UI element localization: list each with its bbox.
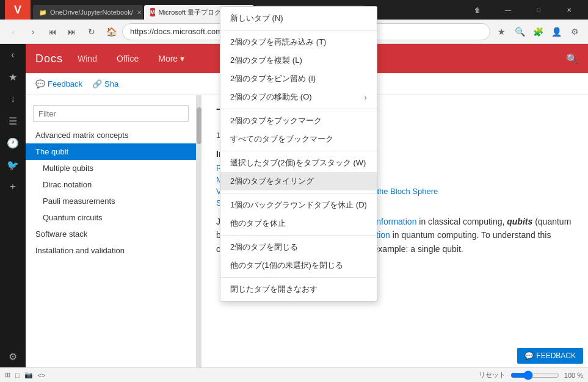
reload-button[interactable]: ↻ xyxy=(83,23,100,40)
docs-search[interactable]: 🔍 xyxy=(566,53,578,65)
nav-more-dropdown[interactable]: More ▾ xyxy=(153,51,189,66)
feedback-float-button[interactable]: 💬 FEEDBACK xyxy=(517,348,583,364)
sidebar-bookmarks-icon[interactable]: ★ xyxy=(0,66,26,88)
menu-separator-6 xyxy=(220,277,377,278)
menu-separator-4 xyxy=(220,193,377,193)
menu-tab-tiling-label: 2個のタブをタイリング xyxy=(230,176,314,187)
feedback-float-label: FEEDBACK xyxy=(536,351,576,360)
status-window-icon: □ xyxy=(15,372,20,379)
toc-scroll-thumb xyxy=(197,107,201,144)
menu-pin-tabs[interactable]: 2個のタブをピン留め (I) xyxy=(220,70,377,88)
status-right: リセット 100 % xyxy=(479,370,583,380)
menu-separator-1 xyxy=(220,30,377,31)
menu-move-tabs[interactable]: 2個のタブの移動先 (O) › xyxy=(220,88,377,106)
menu-suspend-background[interactable]: 1個のバックグラウンドタブを休止 (D) xyxy=(220,196,377,214)
toc-item-pauli[interactable]: Pauli measurements xyxy=(26,193,196,209)
status-bar: ⊞ □ 📷 <> リセット 100 % xyxy=(0,367,588,382)
forward-button[interactable]: › xyxy=(24,23,42,40)
menu-close-others-label: 他のタブ(1個の未選択)を閉じる xyxy=(230,260,343,271)
menu-suspend-bg-label: 1個のバックグラウンドタブを休止 (D) xyxy=(230,200,367,211)
em-qubits: qubits xyxy=(507,217,532,226)
sidebar-twitter-icon[interactable]: 🐦 xyxy=(0,154,26,176)
menu-bookmark-all[interactable]: すべてのタブをブックマーク xyxy=(220,130,377,148)
close-button[interactable]: ✕ xyxy=(555,0,583,20)
browser-frame: V 📁 OneDrive/JupyterNotebook/ ✕ M Micros… xyxy=(0,0,588,382)
nav-more-label: More xyxy=(158,54,178,63)
feedback-label: Feedback xyxy=(48,79,82,88)
status-camera-icon: 📷 xyxy=(24,371,33,379)
menu-new-tab-label: 新しいタブ (N) xyxy=(230,13,283,24)
zoom-slider[interactable] xyxy=(510,370,559,380)
extensions-icon[interactable]: 🧩 xyxy=(529,23,546,40)
status-grid-icon: ⊞ xyxy=(5,371,10,379)
menu-tab-stack-label: 選択したタブ(2個)をタブスタック (W) xyxy=(230,157,366,168)
sidebar-notes-icon[interactable]: ☰ xyxy=(0,110,26,132)
toc-item-qubit[interactable]: The qubit xyxy=(26,143,196,160)
menu-suspend-others[interactable]: 他のタブを休止 xyxy=(220,214,377,232)
menu-duplicate-tabs[interactable]: 2個のタブを複製 (L) xyxy=(220,51,377,70)
menu-separator-2 xyxy=(220,109,377,109)
menu-tab-tiling[interactable]: 2個のタブをタイリング xyxy=(220,172,377,190)
tab-onedrive[interactable]: 📁 OneDrive/JupyterNotebook/ ✕ xyxy=(33,5,143,20)
menu-separator-3 xyxy=(220,151,377,151)
sidebar-settings-icon[interactable]: ⚙ xyxy=(0,345,26,367)
status-code-icon: <> xyxy=(38,372,46,379)
menu-tab-stack[interactable]: 選択したタブ(2個)をタブスタック (W) xyxy=(220,154,377,172)
sidebar-download-icon[interactable]: ↓ xyxy=(0,88,26,110)
restore-button[interactable]: — xyxy=(494,0,522,20)
toc-item-quantum-circuits[interactable]: Quantum circuits xyxy=(26,209,196,226)
menu-move-label: 2個のタブの移動先 (O) xyxy=(230,92,312,103)
bookmark-icon[interactable]: ★ xyxy=(493,23,510,40)
sidebar-add-icon[interactable]: + xyxy=(0,176,26,198)
maximize-button[interactable]: □ xyxy=(524,0,553,20)
profile-icon[interactable]: 👤 xyxy=(548,23,565,40)
toc-item-installation[interactable]: Installation and validation xyxy=(26,242,196,259)
menu-duplicate-label: 2個のタブを複製 (L) xyxy=(230,55,302,66)
back-button[interactable]: ‹ xyxy=(5,23,22,40)
sidebar-back-icon[interactable]: ‹ xyxy=(0,44,26,66)
menu-pin-label: 2個のタブをピン留め (I) xyxy=(230,73,316,84)
settings-icon[interactable]: ⚙ xyxy=(566,23,583,40)
search-nav-icon[interactable]: 🔍 xyxy=(511,23,528,40)
menu-separator-5 xyxy=(220,235,377,236)
menu-suspend-others-label: 他のタブを休止 xyxy=(230,218,286,229)
nav-more-chevron-icon: ▾ xyxy=(180,54,184,63)
docs-search-icon[interactable]: 🔍 xyxy=(566,53,578,65)
nav-item-office[interactable]: Office xyxy=(112,51,143,66)
toc-sidebar: Advanced matrix concepts The qubit Multi… xyxy=(26,95,197,367)
docs-logo: Docs xyxy=(35,52,63,65)
menu-new-tab[interactable]: 新しいタブ (N) xyxy=(220,9,377,27)
context-menu: 新しいタブ (N) 2個のタブを再読み込み (T) 2個のタブを複製 (L) 2… xyxy=(220,6,377,301)
filter-input[interactable] xyxy=(33,105,189,122)
menu-close-tabs[interactable]: 2個のタブを閉じる xyxy=(220,238,377,256)
reset-label[interactable]: リセット xyxy=(479,370,506,380)
home-nav-button[interactable]: 🏠 xyxy=(103,23,120,40)
menu-move-arrow: › xyxy=(365,93,367,102)
nav-extras: ★ 🔍 🧩 👤 ⚙ xyxy=(493,23,583,40)
menu-close-tabs-label: 2個のタブを閉じる xyxy=(230,242,298,253)
minimize-button[interactable]: 🗑 xyxy=(463,0,492,20)
tab-close-1[interactable]: ✕ xyxy=(137,9,142,16)
toc-item-dirac[interactable]: Dirac notation xyxy=(26,176,196,193)
toc-item-advanced-matrix[interactable]: Advanced matrix concepts xyxy=(26,127,196,143)
menu-close-others[interactable]: 他のタブ(1個の未選択)を閉じる xyxy=(220,256,377,275)
share-icon: 🔗 xyxy=(92,79,102,88)
menu-bookmark-tabs[interactable]: 2個のタブをブックマーク xyxy=(220,112,377,130)
tab-favicon-2: M xyxy=(150,8,155,16)
menu-bookmark-all-label: すべてのタブをブックマーク xyxy=(230,134,333,145)
menu-reopen-closed[interactable]: 閉じたタブを開きなおす xyxy=(220,280,377,298)
toc-item-multiple-qubits[interactable]: Multiple qubits xyxy=(26,160,196,176)
menu-reload-label: 2個のタブを再読み込み (T) xyxy=(230,37,326,48)
sidebar-history-icon[interactable]: 🕐 xyxy=(0,132,26,154)
share-label: Sha xyxy=(104,79,118,88)
nav-item-windows[interactable]: Wind xyxy=(73,51,102,66)
share-button[interactable]: 🔗 Sha xyxy=(92,79,118,88)
feedback-button[interactable]: 💬 Feedback xyxy=(35,79,82,88)
toc-item-software-stack[interactable]: Software stack xyxy=(26,226,196,242)
toc-scrollbar[interactable] xyxy=(197,95,201,367)
zoom-level: 100 % xyxy=(564,372,583,379)
menu-reload-tabs[interactable]: 2個のタブを再読み込み (T) xyxy=(220,33,377,51)
prev-tab-button[interactable]: ⏭ xyxy=(64,23,81,40)
feedback-icon: 💬 xyxy=(35,79,45,88)
home-button[interactable]: ⏮ xyxy=(44,23,61,40)
